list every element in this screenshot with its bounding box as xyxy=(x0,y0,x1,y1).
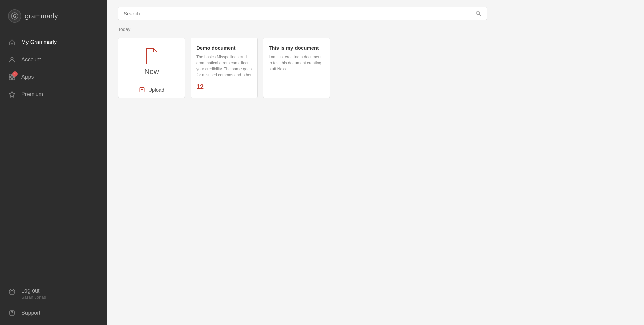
new-upload-card[interactable]: New Upload xyxy=(118,38,185,98)
logout-label-group: Log out Sarah Jonas xyxy=(21,288,46,300)
apps-icon: 1 xyxy=(8,73,16,81)
logo-container[interactable]: G grammarly xyxy=(0,0,107,34)
sidebar-item-my-grammarly[interactable]: My Grammarly xyxy=(0,34,107,51)
upload-label: Upload xyxy=(148,87,164,93)
search-bar[interactable] xyxy=(118,7,487,20)
search-button[interactable] xyxy=(475,10,481,16)
svg-rect-5 xyxy=(9,78,11,80)
account-icon xyxy=(8,56,16,64)
svg-point-2 xyxy=(11,57,13,60)
doc-preview: I am just creating a document to test th… xyxy=(269,54,324,91)
svg-point-7 xyxy=(9,289,15,295)
search-container xyxy=(107,0,644,27)
doc-title: Demo document xyxy=(196,45,252,51)
sidebar-item-apps[interactable]: 1 Apps xyxy=(0,68,107,86)
content-area: Today New xyxy=(107,27,644,325)
sidebar-item-label: Premium xyxy=(21,91,43,97)
svg-rect-3 xyxy=(9,74,11,76)
svg-rect-6 xyxy=(13,78,15,80)
support-icon xyxy=(8,309,16,317)
doc-preview: The basics Misspellings and grammatical … xyxy=(196,54,252,80)
sidebar-item-label: My Grammarly xyxy=(21,39,57,45)
new-document-icon xyxy=(144,48,159,65)
new-card-label: New xyxy=(144,67,159,76)
sidebar-item-premium[interactable]: Premium xyxy=(0,86,107,103)
svg-text:G: G xyxy=(13,14,17,19)
sidebar-item-label: Apps xyxy=(21,74,34,80)
cards-row: New Upload Demo document The basics Miss… xyxy=(118,38,633,98)
sidebar: G grammarly My Grammarly Account xyxy=(0,0,107,325)
sidebar-item-account[interactable]: Account xyxy=(0,51,107,68)
sidebar-item-logout[interactable]: Log out Sarah Jonas xyxy=(0,283,107,304)
logout-label: Log out xyxy=(21,288,46,294)
logo-text: grammarly xyxy=(25,12,58,20)
home-icon xyxy=(8,38,16,46)
logo-icon: G xyxy=(8,9,21,23)
sidebar-item-support[interactable]: Support xyxy=(0,304,107,325)
document-card-demo[interactable]: Demo document The basics Misspellings an… xyxy=(191,38,258,98)
card-new-top: New xyxy=(118,38,185,82)
search-input[interactable] xyxy=(124,11,475,16)
logout-icon xyxy=(8,288,16,296)
svg-point-8 xyxy=(11,290,13,293)
logout-username: Sarah Jonas xyxy=(21,295,46,300)
document-card-my[interactable]: This is my document I am just creating a… xyxy=(263,38,330,98)
main-content: Today New xyxy=(107,0,644,325)
main-nav: My Grammarly Account 1 xyxy=(0,34,107,283)
section-label: Today xyxy=(118,27,633,32)
sidebar-item-label: Account xyxy=(21,57,41,63)
doc-title: This is my document xyxy=(269,45,324,51)
star-icon xyxy=(8,90,16,99)
upload-icon xyxy=(139,87,145,93)
support-label: Support xyxy=(21,310,40,316)
doc-count: 12 xyxy=(196,83,252,91)
upload-section[interactable]: Upload xyxy=(118,82,185,97)
apps-badge: 1 xyxy=(12,71,18,77)
